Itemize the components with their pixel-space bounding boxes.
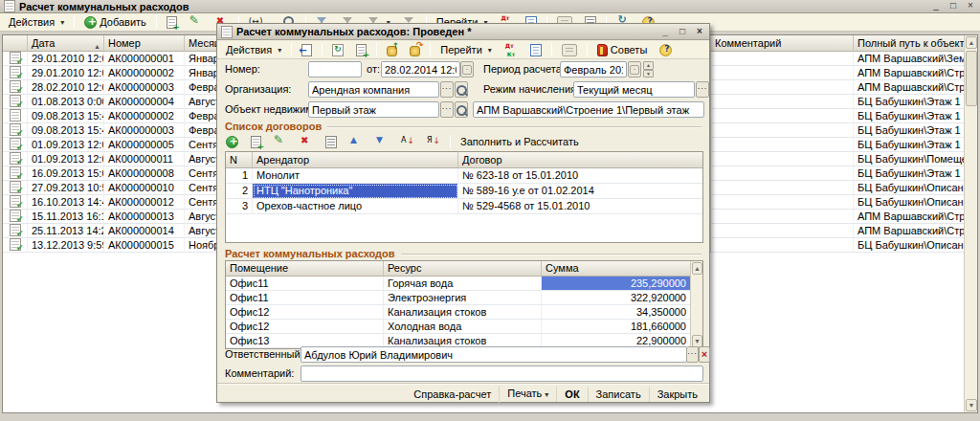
cell-date[interactable]: 29.01.2010 12:00:00 bbox=[28, 52, 104, 66]
dialog-actions-menu-button[interactable]: Действия bbox=[221, 42, 286, 57]
scrollbar-thumb[interactable] bbox=[966, 51, 977, 106]
cell-date[interactable]: 01.09.2013 12:00:01 bbox=[28, 152, 104, 166]
date-input[interactable] bbox=[381, 61, 460, 78]
cell-contract[interactable]: № 623-18 от 15.01.2010 bbox=[458, 168, 702, 184]
cell-n[interactable]: 1 bbox=[226, 168, 253, 184]
cell-room[interactable]: Офис11 bbox=[226, 277, 384, 291]
cell-tenant[interactable]: Орехов-частное лицо bbox=[253, 199, 458, 214]
cell-comment[interactable] bbox=[710, 152, 854, 166]
cell-number[interactable]: АК000000002 bbox=[104, 109, 185, 123]
cell-path[interactable]: БЦ Бабушкин\Описание р... bbox=[854, 238, 965, 253]
tips-button[interactable]: Советы bbox=[592, 42, 652, 58]
cell-path[interactable]: БЦ Бабушкин\Описание р... bbox=[854, 181, 965, 195]
path-column-header[interactable]: Полный путь к объекту bbox=[854, 35, 965, 52]
dialog-titlebar[interactable]: Расчет коммунальных расходов: Проведен *… bbox=[217, 24, 709, 40]
contracts-add-button[interactable] bbox=[221, 134, 243, 150]
cell-date[interactable]: 25.11.2013 14:22:06 bbox=[28, 224, 104, 238]
cell-date[interactable]: 13.12.2013 9:59:02 bbox=[28, 238, 104, 253]
cell-amount[interactable]: 34,350000 bbox=[542, 305, 690, 320]
dialog-minimize-icon[interactable]: _ bbox=[659, 27, 671, 37]
status-column-header[interactable] bbox=[3, 35, 28, 52]
cell-room[interactable]: Офис12 bbox=[226, 305, 384, 320]
close-icon[interactable]: × bbox=[965, 1, 976, 11]
cell-number[interactable]: АК000000015 bbox=[104, 238, 185, 253]
n-column-header[interactable]: N bbox=[226, 152, 253, 168]
copy-document-button[interactable] bbox=[351, 42, 371, 58]
cell-date[interactable]: 16.10.2013 14:42:34 bbox=[28, 195, 104, 210]
mode-input[interactable] bbox=[573, 81, 695, 98]
minimize-icon[interactable]: _ bbox=[930, 1, 942, 11]
cell-number[interactable]: АК000000014 bbox=[104, 224, 185, 238]
cell-date[interactable]: 27.09.2013 10:53:11 bbox=[28, 181, 104, 195]
dialog-maximize-icon[interactable]: □ bbox=[677, 27, 688, 37]
cell-date[interactable]: 09.08.2013 15:45:52 bbox=[28, 109, 104, 123]
cell-number[interactable]: АК000000010 bbox=[104, 181, 185, 195]
calc-scrollbar[interactable]: ▲ ▼ bbox=[690, 261, 702, 348]
responsible-ellipsis-button[interactable] bbox=[686, 346, 699, 363]
dialog-help-button[interactable] bbox=[655, 42, 677, 58]
reread-button[interactable] bbox=[327, 42, 348, 58]
cell-path[interactable]: АПМ Варшавский\Строен... bbox=[854, 80, 965, 95]
cell-comment[interactable] bbox=[710, 166, 854, 181]
object-ellipsis-button[interactable] bbox=[440, 101, 454, 118]
dialog-close-icon[interactable]: × bbox=[694, 27, 705, 37]
cell-comment[interactable] bbox=[710, 109, 854, 123]
scroll-down-icon[interactable]: ▼ bbox=[966, 399, 977, 411]
amount-column-header[interactable]: Сумма bbox=[542, 261, 690, 277]
copy-button[interactable] bbox=[162, 14, 182, 31]
contract-column-header[interactable]: Договор bbox=[458, 152, 702, 168]
period-spinner[interactable]: ▲▼ bbox=[643, 61, 654, 78]
date-column-header[interactable]: Дата▲ bbox=[28, 35, 104, 52]
document-movements-button[interactable] bbox=[405, 43, 425, 57]
cell-path[interactable]: АПМ Варшавский\Строен... bbox=[854, 210, 965, 224]
cell-amount-selected[interactable]: 235,290000 bbox=[542, 277, 690, 291]
date-calendar-button[interactable] bbox=[460, 61, 474, 78]
cell-resource[interactable]: Электроэнергия bbox=[384, 291, 542, 305]
cell-number[interactable]: АК000000001 bbox=[104, 52, 185, 66]
cell-path[interactable]: БЦ Бабушкин\Помещения... bbox=[854, 152, 965, 166]
contracts-end-edit-button[interactable] bbox=[321, 134, 342, 150]
room-column-header[interactable]: Помещение bbox=[226, 261, 384, 277]
cell-date[interactable]: 01.09.2013 12:00:00 bbox=[28, 138, 104, 152]
spin-up-icon[interactable]: ▲ bbox=[643, 61, 654, 70]
object-input[interactable] bbox=[308, 101, 439, 118]
cell-number[interactable]: АК000000005 bbox=[104, 138, 185, 152]
dialog-list-settings-button[interactable] bbox=[557, 42, 582, 58]
cell-number[interactable]: АК000000011 bbox=[104, 152, 185, 166]
cell-path[interactable]: БЦ Бабушкин\Этаж 1 bbox=[854, 109, 965, 123]
contract-row[interactable]: 3 Орехов-частное лицо № 529-4568 от 15.0… bbox=[226, 199, 702, 214]
cell-number[interactable]: АК000000013 bbox=[104, 210, 185, 224]
cell-amount[interactable]: 181,660000 bbox=[542, 320, 690, 334]
cell-n[interactable]: 3 bbox=[226, 199, 253, 214]
restore-icon[interactable]: □ bbox=[947, 1, 959, 11]
contracts-copy-button[interactable] bbox=[246, 134, 266, 150]
responsible-input[interactable] bbox=[301, 346, 687, 363]
calc-row[interactable]: Офис12 Холодная вода 181,660000 bbox=[226, 320, 702, 334]
print-button[interactable]: Печать bbox=[499, 386, 556, 403]
cell-amount[interactable]: 322,920000 bbox=[542, 291, 690, 305]
object-lookup-button[interactable] bbox=[455, 101, 468, 118]
period-calendar-button[interactable] bbox=[628, 61, 641, 78]
number-input[interactable] bbox=[308, 61, 362, 78]
sort-asc-button[interactable] bbox=[396, 133, 419, 150]
cell-path[interactable]: БЦ Бабушкин\Этаж 1 bbox=[854, 123, 965, 138]
organization-lookup-button[interactable] bbox=[455, 81, 468, 98]
contract-row-selected[interactable]: 2 НТЦ "Нанотроника" № 589-16 у.е от 01.0… bbox=[226, 184, 702, 199]
cell-date[interactable]: 09.08.2013 15:46:51 bbox=[28, 123, 104, 138]
calc-row[interactable]: Офис11 Горячая вода 235,290000 bbox=[226, 277, 702, 291]
number-column-header[interactable]: Номер bbox=[104, 35, 185, 52]
responsible-clear-button[interactable] bbox=[699, 346, 710, 363]
cell-date[interactable]: 15.11.2013 16:13:29 bbox=[28, 210, 104, 224]
period-input[interactable] bbox=[560, 61, 627, 78]
cell-number[interactable]: АК000000004 bbox=[104, 95, 185, 109]
dialog-goto-menu-button[interactable]: Перейти bbox=[435, 42, 497, 57]
tenant-column-header[interactable]: Арендатор bbox=[253, 152, 458, 168]
cell-comment[interactable] bbox=[710, 224, 854, 238]
cell-date[interactable]: 16.09.2013 15:05:23 bbox=[28, 166, 104, 181]
contracts-delete-button[interactable] bbox=[295, 133, 318, 150]
cell-date[interactable]: 01.08.2013 0:00:00 bbox=[28, 95, 104, 109]
add-button[interactable]: Добавить bbox=[79, 14, 151, 31]
cell-number[interactable]: АК000000003 bbox=[104, 80, 185, 95]
cell-resource[interactable]: Канализация стоков bbox=[384, 305, 542, 320]
sort-desc-button[interactable] bbox=[422, 133, 445, 150]
